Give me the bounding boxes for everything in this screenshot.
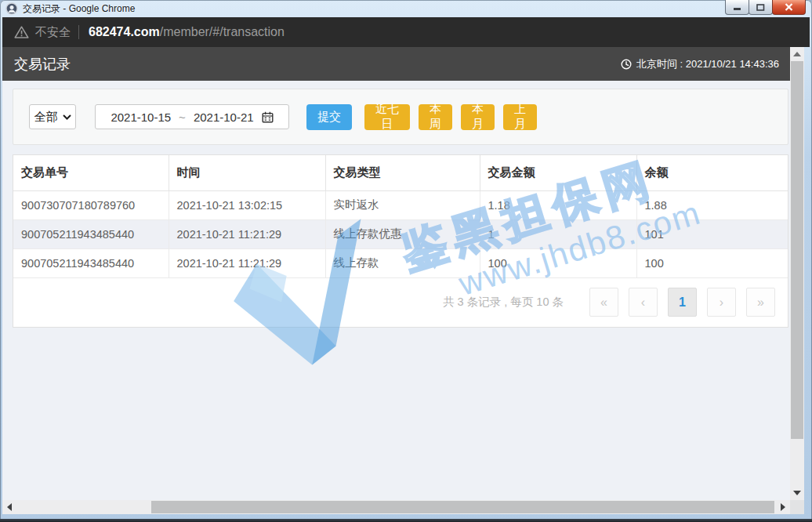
transaction-table-card: 交易单号 时间 交易类型 交易金额 余额 900730707180789760 … <box>13 154 788 328</box>
arrow-left-icon <box>7 503 12 511</box>
beijing-time-text: 北京时间 : 2021/10/21 14:43:36 <box>636 57 779 71</box>
cell-type: 线上存款优惠 <box>325 219 480 248</box>
filter-panel: 全部 2021-10-15 ~ 2021-10-21 <box>13 89 788 145</box>
scroll-left-button[interactable] <box>2 500 16 514</box>
maximize-icon <box>756 4 765 11</box>
cell-type: 线上存款 <box>325 248 480 277</box>
calendar-icon[interactable] <box>262 111 274 123</box>
minimize-button[interactable] <box>725 0 749 15</box>
page-1-button[interactable]: 1 <box>668 288 697 317</box>
cell-time: 2021-10-21 11:21:29 <box>169 248 325 277</box>
column-header-amount: 交易金额 <box>480 155 636 190</box>
column-header-balance: 余额 <box>636 155 788 190</box>
warning-triangle-icon <box>14 26 29 38</box>
table-row: 900705211943485440 2021-10-21 11:21:29 线… <box>13 248 788 277</box>
date-separator: ~ <box>179 111 186 124</box>
browser-viewport: 交易记录 北京时间 : 2021/10/21 14:43:36 全部 <box>2 47 804 514</box>
page-title: 交易记录 <box>14 55 71 74</box>
transaction-table: 交易单号 时间 交易类型 交易金额 余额 900730707180789760 … <box>13 155 788 278</box>
table-row: 900705211943485440 2021-10-21 11:21:29 线… <box>13 219 788 248</box>
arrow-down-icon <box>793 491 801 495</box>
scroll-right-button[interactable] <box>776 500 790 514</box>
security-label: 不安全 <box>35 25 71 40</box>
date-range-input[interactable]: 2021-10-15 ~ 2021-10-21 <box>95 104 289 129</box>
column-header-time: 时间 <box>169 155 325 190</box>
favicon-avatar-icon <box>5 2 18 15</box>
prev-page-button[interactable]: ‹ <box>629 288 658 317</box>
first-page-button[interactable]: « <box>589 288 618 317</box>
cell-type: 实时返水 <box>325 190 480 219</box>
arrow-up-icon <box>793 52 801 56</box>
cell-time: 2021-10-21 11:21:29 <box>169 219 325 248</box>
last-month-button[interactable]: 上月 <box>503 104 537 130</box>
cell-amount: 1 <box>480 219 636 248</box>
scroll-up-button[interactable] <box>790 47 804 61</box>
horizontal-scrollbar[interactable] <box>2 500 790 514</box>
minimize-icon <box>734 4 741 11</box>
url-path[interactable]: /member/#/transaction <box>160 25 285 39</box>
cell-order-no: 900730707180789760 <box>13 190 169 219</box>
column-header-type: 交易类型 <box>325 155 480 190</box>
submit-button[interactable]: 提交 <box>306 104 352 130</box>
last-page-button[interactable]: » <box>746 288 775 317</box>
transaction-type-select[interactable]: 全部 <box>29 104 76 129</box>
chevron-down-icon <box>63 114 71 120</box>
vertical-scrollbar[interactable] <box>790 47 804 500</box>
cell-balance: 101 <box>636 219 788 248</box>
window-bottom-edge <box>0 519 812 522</box>
last-7-days-button[interactable]: 近七日 <box>364 104 410 130</box>
scrollbar-corner <box>790 500 804 514</box>
cell-amount: 1.18 <box>480 190 636 219</box>
window-title: 交易记录 - Google Chrome <box>23 2 135 16</box>
vertical-scrollbar-thumb[interactable] <box>791 61 803 439</box>
page-header: 交易记录 北京时间 : 2021/10/21 14:43:36 <box>2 47 790 81</box>
date-end: 2021-10-21 <box>194 111 254 124</box>
column-header-order-no: 交易单号 <box>13 155 169 190</box>
address-bar[interactable]: 不安全 682474.com/member/#/transaction <box>2 17 810 47</box>
table-header-row: 交易单号 时间 交易类型 交易金额 余额 <box>13 155 788 190</box>
table-row: 900730707180789760 2021-10-21 13:02:15 实… <box>13 190 788 219</box>
pagination-bar: 共 3 条记录 , 每页 10 条 « ‹ 1 › » <box>13 278 788 327</box>
maximize-button[interactable] <box>749 0 773 15</box>
browser-window: 交易记录 - Google Chrome <box>0 0 812 522</box>
clock-icon <box>621 59 632 70</box>
arrow-right-icon <box>781 503 785 511</box>
close-button[interactable] <box>772 0 806 15</box>
beijing-time: 北京时间 : 2021/10/21 14:43:36 <box>621 57 779 71</box>
this-week-button[interactable]: 本周 <box>419 104 452 130</box>
cell-balance: 100 <box>636 248 788 277</box>
cell-order-no: 900705211943485440 <box>13 248 169 277</box>
pagination-summary: 共 3 条记录 , 每页 10 条 <box>443 295 564 310</box>
window-titlebar[interactable]: 交易记录 - Google Chrome <box>0 0 812 17</box>
cell-order-no: 900705211943485440 <box>13 219 169 248</box>
close-icon <box>785 3 793 11</box>
next-page-button[interactable]: › <box>707 288 736 317</box>
window-controls <box>726 0 806 15</box>
cell-balance: 1.88 <box>636 190 788 219</box>
horizontal-scrollbar-thumb[interactable] <box>151 501 774 513</box>
url-domain[interactable]: 682474.com <box>89 25 160 39</box>
date-start: 2021-10-15 <box>111 111 171 124</box>
transaction-page: 交易记录 北京时间 : 2021/10/21 14:43:36 全部 <box>2 47 790 500</box>
this-month-button[interactable]: 本月 <box>461 104 495 130</box>
type-select-value: 全部 <box>34 110 58 125</box>
cell-time: 2021-10-21 13:02:15 <box>169 190 325 219</box>
cell-amount: 100 <box>480 248 636 277</box>
address-divider <box>78 25 79 39</box>
scroll-down-button[interactable] <box>790 486 804 500</box>
